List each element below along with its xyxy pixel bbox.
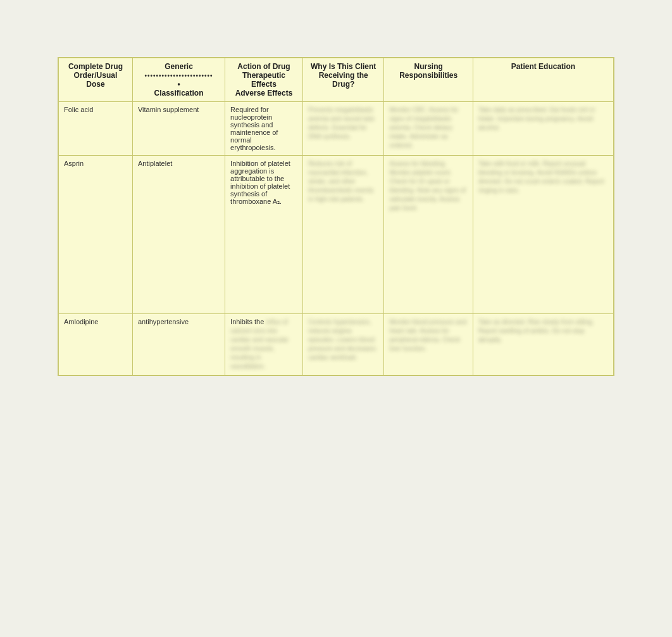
amlodipine-why-text: Controls hypertension, reduces angina ep… — [308, 318, 376, 361]
header-nursing: Nursing Responsibilities — [384, 58, 473, 102]
asprin-patient-ed-text: Take with food or milk. Report unusual b… — [478, 160, 604, 194]
asprin-why: Reduces risk of myocardial infarction, s… — [302, 156, 384, 314]
header-nursing-label: Nursing Responsibilities — [399, 62, 457, 80]
amlodipine-why: Controls hypertension, reduces angina ep… — [302, 314, 384, 375]
amlodipine-nursing-text: Monitor blood pressure and heart rate. A… — [389, 318, 466, 352]
drug-table: Complete Drug Order/Usual Dose Generic •… — [58, 58, 614, 375]
header-complete-drug-label: Complete Drug Order/Usual Dose — [68, 62, 123, 89]
drug-table-container: Complete Drug Order/Usual Dose Generic •… — [58, 57, 614, 376]
header-why-label: Why Is This Client Receiving the Drug? — [311, 62, 376, 89]
asprin-class: Antiplatelet — [132, 156, 225, 314]
amlodipine-action-extra: influx of calcium ions into cardiac and … — [230, 318, 289, 370]
header-generic-label: Generic — [165, 62, 193, 71]
asprin-nursing-text: Assess for bleeding. Monitor platelet co… — [389, 160, 466, 211]
folic-acid-patient-ed-text: Take daily as prescribed. Eat foods rich… — [478, 106, 595, 131]
header-classification-label: Classification — [154, 89, 204, 98]
folic-acid-nursing-text: Monitor CBC. Assess for signs of megalob… — [389, 106, 458, 149]
folic-acid-drug: Folic acid — [59, 102, 133, 156]
amlodipine-drug: Amlodipine — [59, 314, 133, 375]
table-row: Amlodipine antihypertensive Inhibits the… — [59, 314, 614, 375]
header-generic-class: Generic •••••••••••••••••••••••• • Class… — [132, 58, 225, 102]
amlodipine-class: antihypertensive — [132, 314, 225, 375]
folic-acid-nursing: Monitor CBC. Assess for signs of megalob… — [384, 102, 473, 156]
asprin-action: Inhibition of platelet aggregation is at… — [225, 156, 303, 314]
asprin-why-text: Reduces risk of myocardial infarction, s… — [308, 160, 373, 203]
header-why: Why Is This Client Receiving the Drug? — [302, 58, 384, 102]
asprin-nursing: Assess for bleeding. Monitor platelet co… — [384, 156, 473, 314]
header-complete-drug: Complete Drug Order/Usual Dose — [59, 58, 133, 102]
folic-acid-action: Required for nucleoprotein synthesis and… — [225, 102, 303, 156]
header-dot-bullet: • — [177, 80, 180, 89]
header-patient-ed: Patient Education — [473, 58, 613, 102]
folic-acid-patient-ed: Take daily as prescribed. Eat foods rich… — [473, 102, 613, 156]
header-adverse-label: Adverse Effects — [235, 89, 293, 98]
amlodipine-action: Inhibits the influx of calcium ions into… — [225, 314, 303, 375]
folic-acid-why: Prevents megaloblastic anemia and neural… — [302, 102, 384, 156]
amlodipine-patient-ed: Take as directed. Rise slowly from sitti… — [473, 314, 613, 375]
folic-acid-why-text: Prevents megaloblastic anemia and neural… — [308, 106, 375, 140]
table-row: Folic acid Vitamin supplement Required f… — [59, 102, 614, 156]
amlodipine-patient-ed-text: Take as directed. Rise slowly from sitti… — [478, 318, 594, 343]
asprin-patient-ed: Take with food or milk. Report unusual b… — [473, 156, 613, 314]
page-wrapper: Complete Drug Order/Usual Dose Generic •… — [0, 0, 672, 637]
folic-acid-class: Vitamin supplement — [132, 102, 225, 156]
amlodipine-action-text: Inhibits the — [230, 318, 264, 325]
header-therapeutic-label: Therapeutic Effects — [242, 71, 285, 89]
header-patient-ed-label: Patient Education — [511, 62, 575, 71]
header-action: Action of Drug Therapeutic Effects Adver… — [225, 58, 303, 102]
header-row: Complete Drug Order/Usual Dose Generic •… — [59, 58, 614, 102]
amlodipine-nursing: Monitor blood pressure and heart rate. A… — [384, 314, 473, 375]
table-row: Asprin Antiplatelet Inhibition of platel… — [59, 156, 614, 314]
header-dots: •••••••••••••••••••••••• — [145, 72, 213, 79]
header-action-drug-label: Action of Drug — [237, 62, 290, 71]
asprin-drug: Asprin — [59, 156, 133, 314]
